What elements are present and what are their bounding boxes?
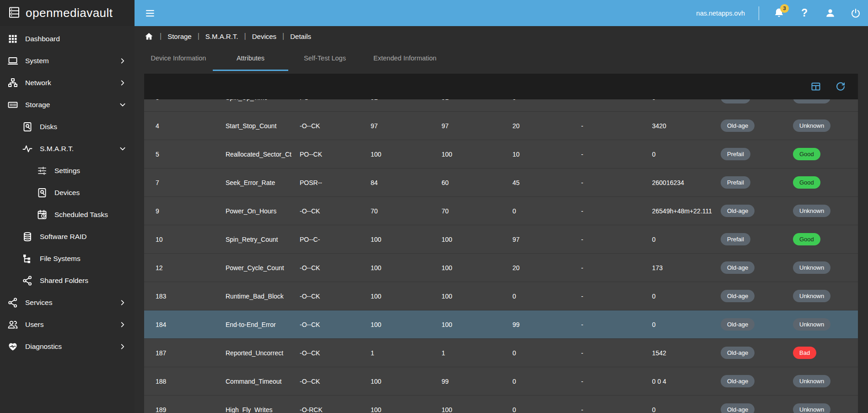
sidebar-item-devices[interactable]: Devices xyxy=(0,182,135,204)
table-row[interactable]: 183Runtime_Bad_Block-O--CK1001000-0Old-a… xyxy=(144,282,858,310)
chevron-right-icon xyxy=(119,57,126,65)
cell-value: 100 xyxy=(371,264,442,272)
cell-threshold: 97 xyxy=(512,236,581,243)
cell-id: 5 xyxy=(156,151,226,158)
user-icon[interactable] xyxy=(824,7,836,19)
sidebar-item-shared-folders[interactable]: Shared Folders xyxy=(0,270,135,292)
home-icon[interactable] xyxy=(144,32,154,41)
cell-threshold: 99 xyxy=(512,321,581,328)
table-row[interactable]: 7Seek_Error_RatePOSR--846045-260016234Pr… xyxy=(144,168,858,196)
breadcrumb-separator: | xyxy=(244,32,246,40)
menu-icon[interactable] xyxy=(145,7,156,19)
sidebar-item-label: Software RAID xyxy=(40,233,87,241)
table-row[interactable]: 12Power_Cycle_Count-O--CK10010020-173Old… xyxy=(144,253,858,282)
sidebar-item-network[interactable]: Network xyxy=(0,72,135,94)
sidebar-item-file-systems[interactable]: File Systems xyxy=(0,248,135,270)
table-row[interactable]: 188Command_Timeout-O--CK100990-0 0 4Old-… xyxy=(144,367,858,395)
breadcrumb-separator: | xyxy=(198,32,199,40)
cell-threshold: 0 xyxy=(512,378,581,385)
system-icon xyxy=(7,55,18,66)
table-row[interactable]: 9Power_On_Hours-O--CK70700-26549h+48m+22… xyxy=(144,196,858,225)
cell-when-failed: - xyxy=(581,99,652,101)
tab-self-test-logs[interactable]: Self-Test Logs xyxy=(288,46,361,71)
status-badge: Good xyxy=(793,176,820,189)
cell-when-failed: - xyxy=(581,236,652,243)
bell-icon[interactable]: 3 xyxy=(773,7,785,19)
cell-when-failed: - xyxy=(581,151,652,158)
sidebar-item-settings[interactable]: Settings xyxy=(0,160,135,182)
cell-flags: -O--CK xyxy=(300,378,371,385)
sidebar-item-disks[interactable]: Disks xyxy=(0,116,135,138)
type-badge: Prefail xyxy=(721,176,750,189)
chevron-right-icon xyxy=(119,343,126,350)
tab-extended-information[interactable]: Extended Information xyxy=(361,46,448,71)
breadcrumb-devices[interactable]: Devices xyxy=(252,33,276,40)
sidebar-item-s-m-a-r-t[interactable]: S.M.A.R.T. xyxy=(0,138,135,160)
sidebar-item-software-raid[interactable]: Software RAID xyxy=(0,226,135,248)
disk-icon xyxy=(37,187,48,198)
sidebar-item-label: File Systems xyxy=(40,255,81,263)
type-badge: Prefail xyxy=(721,99,750,103)
type-badge: Old-age xyxy=(721,347,755,359)
status-badge: Unknown xyxy=(793,99,830,103)
type-badge: Old-age xyxy=(721,261,755,274)
table-row[interactable]: 187Reported_Uncorrect-O--CK110-1542Old-a… xyxy=(144,338,858,367)
cell-flags: POSR-- xyxy=(300,179,371,186)
table-row[interactable]: 10Spin_Retry_CountPO--C-10010097-0Prefai… xyxy=(144,225,858,253)
table-row[interactable]: 184End-to-End_Error-O--CK10010099-0Old-a… xyxy=(144,310,858,338)
type-badge: Old-age xyxy=(721,290,755,302)
cell-raw-value: 0 xyxy=(652,99,721,101)
cell-threshold: 10 xyxy=(512,151,581,158)
cell-id: 10 xyxy=(156,236,226,243)
tab-attributes[interactable]: Attributes xyxy=(213,46,288,71)
notification-badge: 3 xyxy=(780,4,789,13)
tree-icon xyxy=(22,253,33,264)
table-columns-icon[interactable] xyxy=(810,81,821,92)
sidebar-item-label: Disks xyxy=(40,123,57,131)
sidebar-item-scheduled-tasks[interactable]: Scheduled Tasks xyxy=(0,204,135,226)
power-icon[interactable] xyxy=(850,7,862,19)
cell-threshold: 45 xyxy=(512,179,581,186)
cell-flags: PO---- xyxy=(300,99,371,101)
table-row[interactable]: 4Start_Stop_Count-O--CK979720-3420Old-ag… xyxy=(144,111,858,140)
tab-device-information[interactable]: Device Information xyxy=(144,46,213,71)
sidebar-item-users[interactable]: Users xyxy=(0,314,135,336)
sidebar-item-diagnostics[interactable]: Diagnostics xyxy=(0,336,135,358)
help-icon[interactable]: ? xyxy=(798,7,810,19)
cell-worst: 100 xyxy=(442,406,512,413)
type-badge: Old-age xyxy=(721,205,755,217)
table-row[interactable]: 3Spin_Up_TimePO----92910-0PrefailUnknown xyxy=(144,99,858,111)
table-toolbar xyxy=(144,74,858,99)
refresh-icon[interactable] xyxy=(835,81,846,92)
sidebar-item-system[interactable]: System xyxy=(0,50,135,72)
status-badge: Bad xyxy=(793,347,816,359)
cell-attribute-name: Runtime_Bad_Block xyxy=(226,293,300,300)
cell-id: 7 xyxy=(156,179,226,186)
type-badge: Old-age xyxy=(721,375,755,387)
cell-value: 100 xyxy=(371,321,442,328)
table-row[interactable]: 189High_Fly_Writes-O-RCK1001000-0Old-age… xyxy=(144,395,858,413)
cell-attribute-name: Reported_Uncorrect xyxy=(226,349,300,357)
table-row[interactable]: 5Reallocated_Sector_CtPO--CK10010010-0Pr… xyxy=(144,140,858,168)
cell-flags: PO--C- xyxy=(300,236,371,243)
type-badge: Prefail xyxy=(721,233,750,245)
calendar-icon xyxy=(37,209,48,220)
cell-flags: -O-RCK xyxy=(300,406,371,413)
cell-when-failed: - xyxy=(581,264,652,272)
sidebar-item-storage[interactable]: Storage xyxy=(0,94,135,116)
cell-value: 97 xyxy=(371,122,442,130)
cell-raw-value: 26549h+48m+22.111 xyxy=(652,207,721,215)
cell-raw-value: 0 xyxy=(652,236,721,243)
cell-worst: 70 xyxy=(442,207,512,215)
breadcrumb-storage[interactable]: Storage xyxy=(167,33,192,40)
cell-raw-value: 260016234 xyxy=(652,179,721,186)
cell-raw-value: 173 xyxy=(652,264,721,272)
sidebar-item-label: Services xyxy=(25,299,52,307)
breadcrumb-smart[interactable]: S.M.A.R.T. xyxy=(205,33,238,40)
sidebar-item-services[interactable]: Services xyxy=(0,292,135,314)
cell-flags: -O--CK xyxy=(300,207,371,215)
cell-attribute-name: Reallocated_Sector_Ct xyxy=(226,151,300,158)
sidebar-item-dashboard[interactable]: Dashboard xyxy=(0,28,135,50)
cell-worst: 100 xyxy=(442,293,512,300)
heart-icon xyxy=(7,341,18,352)
